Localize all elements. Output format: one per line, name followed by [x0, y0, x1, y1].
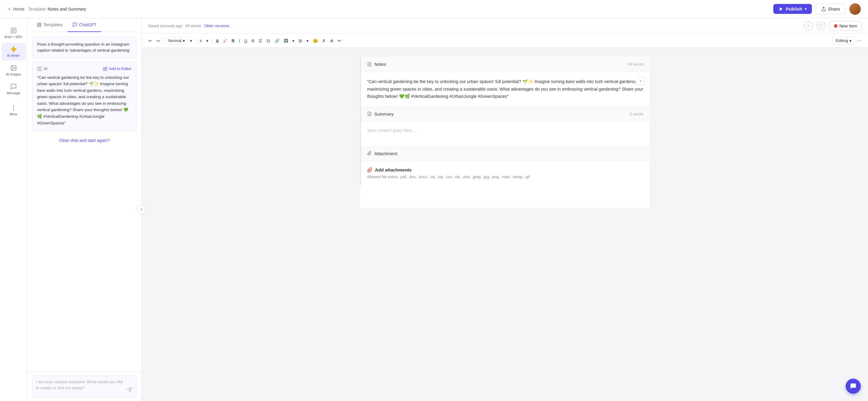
home-label: Home: [13, 7, 25, 11]
image-button[interactable]: 🖼: [282, 37, 290, 45]
notes-content[interactable]: "Can vertical gardening be the key to un…: [361, 72, 650, 106]
sidebar-item-message[interactable]: Message: [1, 80, 26, 98]
template-label: Template: Notes and Summary: [28, 7, 86, 11]
icon-sidebar: Brief + SEO AI Writer AI Images Message …: [0, 18, 27, 401]
attachment-icon: [367, 151, 372, 156]
new-item-dot: [834, 24, 838, 28]
sidebar-item-more[interactable]: More: [1, 102, 26, 119]
summary-word-count: 0 words: [630, 112, 644, 116]
style-chevron-button[interactable]: ▾: [188, 37, 194, 45]
summary-section: Summary 0 words Your content goes here .…: [360, 106, 650, 146]
ai-response-text: "Can vertical gardening be the key to un…: [37, 74, 131, 126]
chat-content: Pose a thought-provoking question in an …: [27, 32, 142, 372]
tab-templates[interactable]: Templates: [32, 18, 67, 32]
sidebar-item-ai-images[interactable]: AI Images: [1, 62, 26, 79]
toolbar-separator-1: [163, 38, 164, 44]
align-chevron-button[interactable]: ▾: [205, 37, 210, 45]
notes-section-header: Notes 49 words: [361, 57, 650, 72]
svg-point-19: [807, 24, 809, 26]
style-select[interactable]: Normal ▾: [165, 37, 188, 45]
toolbar-separator-3: [212, 38, 212, 44]
svg-point-8: [12, 66, 13, 67]
comment-button[interactable]: ✏: [336, 37, 343, 45]
clear-chat-button[interactable]: Clear chat and start again?: [32, 134, 136, 146]
link-button[interactable]: 🔗: [273, 37, 281, 45]
share-button[interactable]: Share: [815, 4, 846, 14]
svg-point-9: [13, 106, 14, 106]
tab-chatgpt[interactable]: ChatGPT: [67, 18, 101, 32]
new-item-button[interactable]: New Item: [829, 21, 862, 31]
svg-point-11: [13, 110, 14, 110]
redo-button[interactable]: ↪: [154, 37, 162, 45]
editor-inner: Notes 49 words "Can vertical gardening b…: [360, 57, 650, 208]
ai-response-header: AI Add to Editor: [37, 66, 131, 71]
editing-dropdown[interactable]: Editing ▾: [832, 37, 855, 45]
strikethrough-button[interactable]: S: [250, 37, 256, 45]
support-chat-bubble[interactable]: [846, 379, 861, 394]
more-options-button[interactable]: ⋯: [855, 37, 863, 45]
notes-section: Notes 49 words "Can vertical gardening b…: [360, 57, 650, 106]
notes-title: Notes: [367, 62, 386, 67]
editor-topbar-left: Saved seconds ago 49 words Older version…: [148, 24, 229, 28]
header-left: Home Template: Notes and Summary: [7, 7, 86, 11]
image-chevron-button[interactable]: ▾: [290, 37, 296, 45]
collapse-panel-button[interactable]: [137, 205, 146, 214]
svg-point-10: [13, 108, 14, 108]
notes-text: "Can vertical gardening be the key to un…: [367, 78, 644, 100]
user-avatar[interactable]: [849, 3, 861, 15]
svg-rect-20: [819, 24, 823, 28]
chat-input-box: [32, 376, 136, 397]
prompt-card: Pose a thought-provoking question in an …: [32, 37, 136, 58]
notes-word-count: 49 words: [628, 62, 644, 66]
send-button[interactable]: [126, 386, 133, 394]
assign-user-icon[interactable]: [804, 22, 813, 30]
numbered-list-button[interactable]: ⊟: [265, 37, 272, 45]
chat-input[interactable]: [36, 379, 124, 394]
chat-panel: Templates ChatGPT Pose a thought-provoki…: [27, 18, 142, 401]
summary-section-header: Summary 0 words: [361, 107, 650, 122]
publish-button[interactable]: Publish ▾: [773, 4, 812, 14]
embed-button[interactable]: ⊕: [328, 37, 335, 45]
editor-topbar-right: New Item: [804, 21, 862, 31]
bullet-list-button[interactable]: ☰: [257, 37, 264, 45]
attachment-hint: Allowed file extns: .pdf, .doc, .docx, .…: [367, 175, 644, 179]
add-to-editor-button[interactable]: Add to Editor: [103, 66, 131, 71]
add-attachment-icon: [367, 167, 372, 173]
format-toolbar: ↩ ↪ Normal ▾ ▾ ≡ ▾ A 🖊 B I U S ☰ ⊟ 🔗 🖼 ▾…: [142, 34, 868, 48]
undo-button[interactable]: ↩: [147, 37, 154, 45]
home-button[interactable]: Home: [7, 7, 25, 11]
svg-rect-12: [37, 23, 39, 25]
svg-marker-6: [11, 47, 16, 52]
sidebar-item-brief-seo[interactable]: Brief + SEO: [1, 24, 26, 42]
summary-content[interactable]: Your content goes here ...: [361, 122, 650, 146]
editor-topbar: Saved seconds ago 49 words Older version…: [142, 18, 868, 34]
editor-content-area: Notes 49 words "Can vertical gardening b…: [142, 48, 868, 401]
underline-button[interactable]: U: [243, 37, 249, 45]
italic-button[interactable]: I: [237, 37, 242, 45]
bold-button[interactable]: B: [230, 37, 237, 45]
publish-chevron-icon: ▾: [805, 7, 806, 11]
special-char-button[interactable]: ✗: [320, 37, 328, 45]
emoji-button[interactable]: 😊: [311, 37, 320, 45]
sidebar-more-label: More: [10, 112, 17, 116]
add-attachments-button[interactable]: Add attachments: [367, 167, 644, 173]
align-button[interactable]: ≡: [198, 37, 204, 45]
older-versions-link[interactable]: Older versions: [204, 24, 229, 28]
attachment-header: Attachment: [361, 146, 650, 161]
table-button[interactable]: ⊞: [297, 37, 304, 45]
saved-text: Saved seconds ago: [148, 24, 182, 28]
template-name: Notes and Summary: [48, 7, 86, 11]
ai-response-card: AI Add to Editor "Can vertical gardening…: [32, 62, 136, 131]
notes-add-button[interactable]: +: [637, 77, 645, 85]
table-chevron-button[interactable]: ▾: [305, 37, 310, 45]
schedule-icon[interactable]: [816, 22, 826, 30]
sidebar-message-label: Message: [7, 91, 20, 95]
editing-chevron-icon: ▾: [849, 38, 851, 43]
highlight-button[interactable]: 🖊: [221, 37, 229, 45]
sidebar-item-ai-writer[interactable]: AI Writer: [1, 43, 26, 60]
sidebar-ai-images-label: AI Images: [6, 73, 21, 76]
text-color-button[interactable]: A: [214, 37, 221, 45]
sidebar-ai-writer-label: AI Writer: [7, 54, 20, 57]
summary-icon: [367, 111, 372, 116]
svg-rect-14: [37, 25, 39, 27]
